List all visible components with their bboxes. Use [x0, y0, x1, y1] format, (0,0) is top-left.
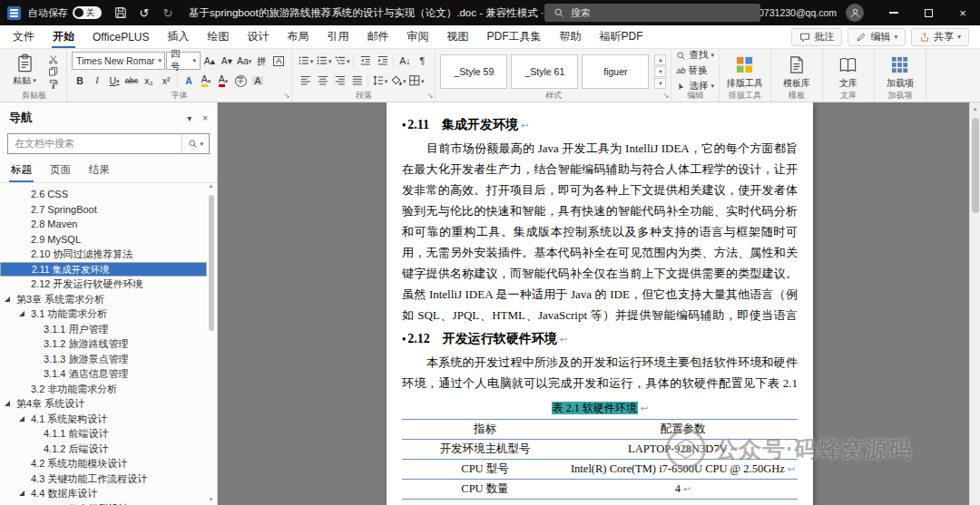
tab-file[interactable]: 文件: [4, 25, 44, 48]
align-right-button[interactable]: [331, 73, 348, 90]
nav-item[interactable]: 第4章 系统设计: [0, 396, 207, 412]
redo-button[interactable]: ↻: [157, 3, 179, 23]
document-title[interactable]: 基于springboot的旅游路线推荐系统的设计与实现（论文）.doc - 兼容…: [189, 6, 544, 20]
find-button[interactable]: 查找 ▾: [676, 49, 714, 62]
bold-button[interactable]: B: [72, 73, 88, 90]
tab-officeplus[interactable]: OfficePLUS: [83, 25, 158, 48]
align-left-button[interactable]: [297, 73, 313, 90]
shading-button[interactable]: ▾: [389, 73, 407, 90]
tab-references[interactable]: 引用: [318, 25, 358, 48]
addins-button[interactable]: 加载项: [879, 52, 921, 90]
scroll-up-icon[interactable]: ▴: [970, 105, 980, 112]
editing-mode-button[interactable]: 编辑 ▾: [848, 28, 906, 46]
nav-item-current[interactable]: 2.11 集成开发环境: [0, 262, 207, 277]
nav-scrollbar[interactable]: ▴ ▾: [207, 184, 215, 501]
nav-item[interactable]: 2.10 协同过滤推荐算法: [0, 247, 207, 262]
nav-item[interactable]: 2.8 Maven: [0, 217, 207, 232]
undo-button[interactable]: ↺: [133, 3, 155, 23]
document-scrollbar[interactable]: ▴: [969, 102, 980, 505]
style-box[interactable]: figuer: [582, 54, 649, 89]
phonetic-guide-button[interactable]: 拼: [253, 53, 270, 70]
cut-button[interactable]: [45, 53, 62, 65]
document-page[interactable]: • 2.11 集成开发环境 ↩ 目前市场份额最高的 Java 开发工具为 Int…: [387, 102, 813, 505]
bullets-button[interactable]: ▾: [297, 53, 314, 70]
tab-pdf-tools[interactable]: PDF工具集: [477, 25, 550, 48]
nav-item[interactable]: 3.1 功能需求分析: [0, 306, 207, 322]
paste-button[interactable]: 粘贴▾: [6, 52, 43, 90]
nav-item[interactable]: 3.1.1 用户管理: [0, 322, 207, 337]
nav-item[interactable]: 2.6 CSS: [0, 187, 207, 202]
nav-item[interactable]: 2.9 MySQL: [0, 232, 207, 248]
comments-button[interactable]: 批注: [791, 28, 842, 46]
styles-scroll-up[interactable]: ▴: [654, 54, 666, 65]
font-size-select[interactable]: 四号▾: [166, 52, 201, 70]
tab-review[interactable]: 审阅: [397, 25, 437, 48]
underline-button[interactable]: U▾: [106, 73, 122, 90]
text-highlight-button[interactable]: A▾: [198, 73, 214, 90]
styles-scroll-down[interactable]: ▾: [654, 66, 666, 77]
tab-foxit-pdf[interactable]: 福昕PDF: [590, 25, 652, 48]
borders-button[interactable]: ▾: [407, 73, 425, 90]
close-button[interactable]: ×: [946, 0, 980, 25]
save-button[interactable]: [110, 3, 132, 23]
nav-item[interactable]: 4.1.2 后端设计: [0, 442, 207, 457]
nav-options-chevron-icon[interactable]: ▾: [187, 113, 191, 123]
tab-help[interactable]: 帮助: [550, 25, 590, 48]
nav-item[interactable]: 4.4.1 概念模型设计: [0, 501, 207, 505]
enclose-characters-button[interactable]: 字: [232, 73, 249, 90]
grow-font-button[interactable]: A▴: [201, 53, 218, 70]
template-library-button[interactable]: 模板库: [776, 52, 818, 90]
nav-item[interactable]: 3.2 非功能需求分析: [0, 382, 207, 397]
change-case-button[interactable]: Aa▾: [236, 53, 252, 70]
tab-draw[interactable]: 绘图: [198, 25, 238, 48]
replace-button[interactable]: ab 替换: [676, 64, 714, 77]
nav-tab-pages[interactable]: 页面: [48, 160, 73, 182]
avatar[interactable]: [846, 4, 864, 22]
expand-triangle-icon[interactable]: [19, 490, 24, 496]
increase-indent-button[interactable]: [374, 53, 390, 70]
align-center-button[interactable]: [314, 73, 330, 90]
numbering-button[interactable]: ▾: [315, 53, 332, 70]
nav-item[interactable]: 4.2 系统功能模块设计: [0, 456, 207, 471]
dialog-launcher-icon[interactable]: ↘: [663, 91, 670, 101]
nav-search-input[interactable]: 在文档中搜索 ▾: [7, 133, 210, 154]
document-scrollbar-thumb[interactable]: [972, 118, 979, 213]
minimize-button[interactable]: [877, 0, 911, 25]
decrease-indent-button[interactable]: [357, 53, 373, 70]
subscript-button[interactable]: x₂: [141, 73, 157, 90]
nav-item[interactable]: 2.12 开发运行软硬件环境: [0, 277, 207, 292]
strikethrough-button[interactable]: abc: [123, 73, 140, 90]
nav-search-button[interactable]: ▾: [181, 134, 209, 153]
shrink-font-button[interactable]: A▾: [219, 53, 235, 70]
nav-item[interactable]: 4.3 关键功能工作流程设计: [0, 471, 207, 487]
nav-item[interactable]: 3.1.2 旅游路线管理: [0, 336, 207, 352]
format-painter-button[interactable]: [45, 78, 62, 90]
tab-layout[interactable]: 布局: [278, 25, 318, 48]
tab-design[interactable]: 设计: [238, 25, 278, 48]
line-spacing-button[interactable]: ▾: [371, 73, 388, 90]
nav-item[interactable]: 3.1.4 酒店信息管理: [0, 366, 207, 382]
nav-item[interactable]: 4.4 数据库设计: [0, 486, 207, 501]
copy-button[interactable]: [45, 66, 62, 78]
font-color-button[interactable]: A▾: [215, 73, 231, 90]
nav-tab-results[interactable]: 结果: [87, 160, 112, 182]
character-border-button[interactable]: A: [270, 53, 287, 70]
show-marks-button[interactable]: ¶: [414, 53, 430, 70]
search-box[interactable]: 搜索: [544, 4, 760, 22]
superscript-button[interactable]: x²: [158, 73, 174, 90]
word-app-icon[interactable]: [7, 6, 21, 20]
nav-item[interactable]: 2.7 SpringBoot: [0, 202, 207, 218]
style-box[interactable]: _Style 61: [511, 54, 578, 89]
character-shading-button[interactable]: A: [250, 73, 266, 90]
scroll-down-icon[interactable]: ▾: [207, 496, 215, 503]
library-button[interactable]: 文库: [828, 52, 869, 90]
dialog-launcher-icon[interactable]: ↘: [427, 91, 434, 101]
styles-gallery-more[interactable]: ▾: [654, 78, 666, 89]
expand-triangle-icon[interactable]: [19, 311, 24, 316]
style-box[interactable]: _Style 59: [440, 54, 507, 89]
justify-button[interactable]: [348, 73, 365, 90]
sort-button[interactable]: A↓: [397, 53, 413, 70]
maximize-button[interactable]: [911, 0, 946, 25]
font-name-select[interactable]: Times New Romar▾: [72, 52, 165, 70]
share-button[interactable]: 共享 ▾: [911, 28, 969, 46]
